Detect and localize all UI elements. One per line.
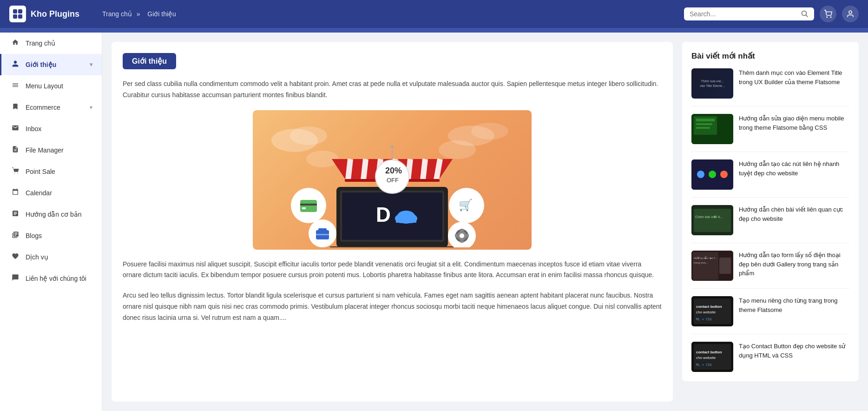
- body-text-1: Posuere facilisi maximus nisl aliquet su…: [123, 259, 662, 281]
- post-item-5[interactable]: Hướng dẫn tạo f... trong woo... Hướng dẫ…: [691, 251, 849, 289]
- svg-point-7: [830, 17, 831, 18]
- svg-point-64: [709, 171, 716, 178]
- post-title-2: Hướng dẫn sửa giao diện menu mobile tron…: [739, 114, 849, 132]
- post-item-1[interactable]: Thêm sub-me...vào Title Eleme... Thêm da…: [691, 68, 849, 106]
- sidebar-label-gioi-thieu: Giới thiệu: [26, 61, 84, 68]
- svg-point-12: [290, 126, 327, 145]
- home-icon: [11, 39, 20, 48]
- svg-point-16: [439, 140, 476, 159]
- sidebar-label-dich-vu: Dịch vụ: [26, 253, 92, 261]
- sidebar-item-ecommerce[interactable]: Ecommerce ▾: [0, 97, 102, 118]
- svg-point-8: [849, 11, 852, 13]
- sidebar: Trang chủ Giới thiệu ▾ Menu Layout: [0, 33, 102, 411]
- header-right: [684, 6, 859, 22]
- svg-text:D: D: [376, 203, 391, 226]
- bookmark-icon: [11, 103, 20, 112]
- sidebar-label-calendar: Calendar: [26, 189, 92, 197]
- svg-text:20%: 20%: [385, 166, 402, 175]
- svg-rect-24: [396, 217, 416, 223]
- svg-rect-42: [300, 204, 317, 206]
- post-item-6[interactable]: contact button cho website ML + CSS Tạo …: [691, 296, 849, 334]
- page-title: Giới thiệu: [123, 53, 176, 69]
- sidebar-item-inbox[interactable]: Inbox: [0, 118, 102, 139]
- svg-rect-61: [696, 127, 710, 129]
- post-title-7: Tạo Contact Button đẹp cho website sử dụ…: [739, 342, 849, 360]
- svg-rect-3: [18, 14, 22, 19]
- post-title-3: Hướng dẫn tạo các nút liên hệ nhanh tuyệ…: [739, 159, 849, 178]
- search-input[interactable]: [690, 10, 797, 18]
- layout: Trang chủ Giới thiệu ▾ Menu Layout: [0, 33, 868, 411]
- chevron-down-icon: ▾: [90, 61, 92, 68]
- guide-icon: [11, 210, 20, 219]
- sidebar-item-menu-layout[interactable]: Menu Layout: [0, 75, 102, 97]
- post-title-6: Tạo menu riêng cho từng trang trong them…: [739, 296, 849, 314]
- svg-rect-1: [18, 9, 22, 13]
- calendar-icon: [11, 188, 20, 198]
- sidebar-item-huong-dan[interactable]: Hướng dẫn cơ bản: [0, 204, 102, 225]
- sidebar-label-lien-he: Liên hệ với chúng tôi: [26, 275, 92, 282]
- sidebar-item-blogs[interactable]: Blogs: [0, 225, 102, 246]
- cart-icon: [11, 167, 20, 176]
- svg-point-14: [471, 123, 508, 139]
- post-thumb-7: contact button cho website ML + CSS: [691, 342, 733, 372]
- post-item-3[interactable]: Hướng dẫn tạo các nút liên hệ nhanh tuyệ…: [691, 159, 849, 198]
- svg-point-65: [720, 171, 728, 178]
- svg-rect-54: [460, 240, 464, 243]
- sidebar-item-gioi-thieu[interactable]: Giới thiệu ▾: [0, 54, 102, 75]
- contact-icon: [11, 274, 20, 283]
- sidebar-item-calendar[interactable]: Calendar: [0, 182, 102, 204]
- breadcrumb: Trang chủ » Giới thiệu: [93, 10, 684, 18]
- svg-rect-73: [719, 258, 731, 274]
- header: Kho Plugins Trang chủ » Giới thiệu: [0, 0, 868, 28]
- svg-rect-56: [466, 234, 469, 238]
- search-button[interactable]: [801, 10, 809, 18]
- svg-point-10: [18, 173, 18, 173]
- sidebar-item-dich-vu[interactable]: Dịch vụ: [0, 246, 102, 268]
- right-sidebar: Bài viết mới nhất Thêm sub-me...vào Titl…: [682, 42, 859, 402]
- sidebar-label-trang-chu: Trang chủ: [26, 40, 92, 47]
- post-item-4[interactable]: Chèn bài viết li... Hướng dẫn chèn bài v…: [691, 205, 849, 243]
- svg-text:🛒: 🛒: [459, 198, 473, 212]
- sidebar-item-trang-chu[interactable]: Trang chủ: [0, 33, 102, 54]
- svg-rect-47: [316, 234, 329, 235]
- menu-icon: [11, 81, 20, 91]
- shop-illustration: D: [253, 110, 532, 250]
- logo[interactable]: Kho Plugins: [9, 6, 93, 22]
- svg-point-36: [391, 145, 394, 148]
- svg-rect-46: [318, 228, 327, 231]
- sidebar-label-menu-layout: Menu Layout: [26, 82, 92, 90]
- sidebar-item-point-sale[interactable]: Point Sale: [0, 161, 102, 182]
- cart-button[interactable]: [820, 6, 836, 22]
- breadcrumb-home[interactable]: Trang chủ: [102, 10, 132, 18]
- post-thumb-4: Chèn bài viết li...: [691, 205, 733, 235]
- file-icon: [11, 146, 20, 155]
- content-area: Giới thiệu Per sed class cubilia nulla c…: [112, 42, 673, 402]
- sidebar-item-lien-he[interactable]: Liên hệ với chúng tôi: [0, 268, 102, 289]
- svg-text:Chèn bài viết li...: Chèn bài viết li...: [695, 215, 723, 219]
- svg-rect-43: [302, 207, 306, 209]
- search-box: [684, 7, 814, 20]
- sub-bar: [0, 28, 868, 33]
- svg-text:ML + CSS: ML + CSS: [696, 363, 712, 367]
- sidebar-label-file-manager: File Manager: [26, 146, 92, 154]
- hero-image: D: [253, 110, 532, 250]
- svg-text:contact button: contact button: [696, 305, 722, 309]
- sidebar-item-file-manager[interactable]: File Manager: [0, 139, 102, 161]
- body-text-2: Arcu sed leo tellus dignissim lectus. To…: [123, 290, 662, 323]
- svg-line-32: [423, 159, 425, 180]
- svg-text:trong woo...: trong woo...: [694, 261, 709, 264]
- svg-point-52: [460, 233, 464, 238]
- main-content: Giới thiệu Per sed class cubilia nulla c…: [102, 33, 868, 411]
- svg-text:Hướng dẫn tạo f...: Hướng dẫn tạo f...: [694, 256, 717, 260]
- post-thumb-1: Thêm sub-me...vào Title Eleme...: [691, 68, 733, 99]
- svg-text:cho website: cho website: [696, 356, 716, 360]
- post-item-7[interactable]: contact button cho website ML + CSS Tạo …: [691, 342, 849, 372]
- sidebar-label-huong-dan: Hướng dẫn cơ bản: [26, 211, 92, 218]
- svg-text:OFF: OFF: [387, 177, 399, 184]
- user-button[interactable]: [842, 6, 859, 22]
- sidebar-label-point-sale: Point Sale: [26, 168, 92, 175]
- service-icon: [11, 252, 20, 262]
- sidebar-label-blogs: Blogs: [26, 232, 92, 239]
- post-item-2[interactable]: Hướng dẫn sửa giao diện menu mobile tron…: [691, 114, 849, 152]
- post-title-5: Hướng dẫn tạo form lấy số điện thoại đẹp…: [739, 251, 849, 278]
